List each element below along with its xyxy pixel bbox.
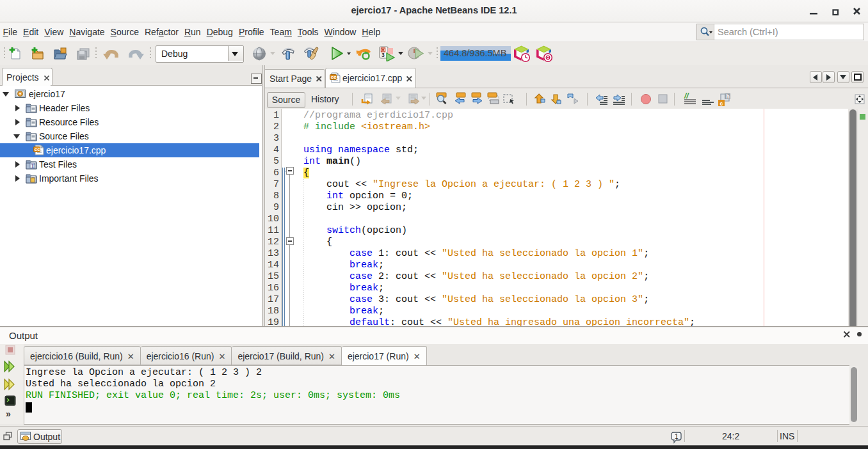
svg-text:h: h [727, 93, 730, 100]
svg-text:T: T [31, 163, 35, 169]
svg-text:3: 3 [382, 52, 385, 58]
svg-text:c: c [720, 100, 723, 107]
svg-text:1: 1 [675, 433, 679, 440]
svg-text://: // [684, 93, 689, 100]
